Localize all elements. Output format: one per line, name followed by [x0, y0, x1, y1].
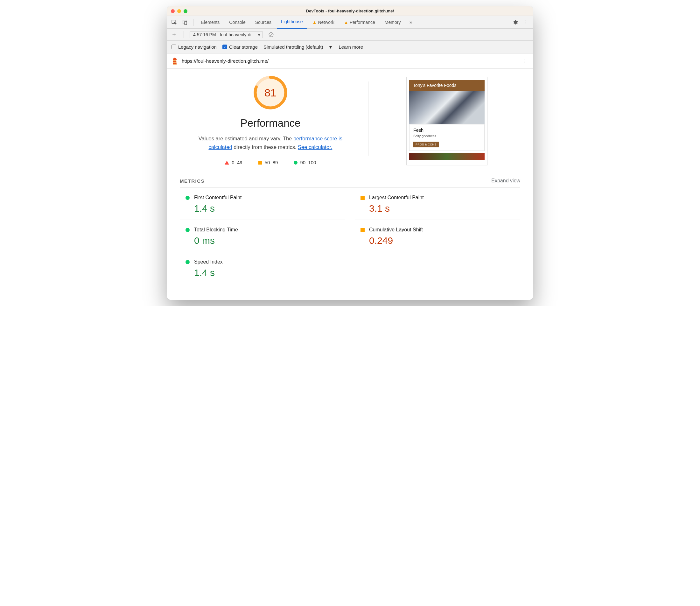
performance-summary: 81 Performance Values are estimated and …: [167, 69, 533, 165]
metric-fcp[interactable]: First Contentful Paint 1.4 s: [180, 188, 345, 220]
square-icon: [258, 161, 262, 165]
metric-lcp[interactable]: Largest Contentful Paint 3.1 s: [355, 188, 520, 220]
tab-console[interactable]: Console: [225, 16, 249, 29]
performance-gauge: 81: [253, 75, 288, 110]
lighthouse-icon: [171, 57, 178, 65]
clear-storage-checkbox[interactable]: ✓ Clear storage: [222, 44, 258, 50]
warning-icon: ▲: [344, 20, 348, 25]
preview-card-button: PROS & CONS: [413, 142, 439, 147]
tab-network[interactable]: ▲ Network: [309, 16, 338, 29]
metric-tbt[interactable]: Total Blocking Time 0 ms: [180, 220, 345, 252]
circle-icon: [186, 228, 190, 232]
preview-header: Tony's Favorite Foods: [409, 80, 485, 91]
metric-value: 0 ms: [194, 235, 345, 246]
tab-memory[interactable]: Memory: [381, 16, 405, 29]
tab-performance[interactable]: ▲ Performance: [340, 16, 379, 29]
devtools-tabbar: Elements Console Sources Lighthouse ▲ Ne…: [167, 16, 533, 29]
kebab-icon[interactable]: ⋮: [522, 18, 530, 27]
svg-rect-2: [185, 21, 187, 25]
throttling-label: Simulated throttling (default): [263, 44, 323, 50]
clear-icon[interactable]: [267, 30, 275, 39]
tab-lighthouse[interactable]: Lighthouse: [277, 16, 307, 29]
new-report-icon[interactable]: +: [170, 31, 178, 38]
report-url-bar: https://foul-heavenly-direction.glitch.m…: [167, 53, 533, 69]
metrics-section: METRICS Expand view First Contentful Pai…: [167, 165, 533, 300]
preview-card-subtitle: Salty goodness: [413, 134, 480, 138]
gear-icon[interactable]: [511, 18, 520, 27]
separator: [184, 31, 184, 38]
report-selector-label: 4:57:16 PM - foul-heavenly-di: [193, 32, 251, 37]
metric-value: 0.249: [369, 235, 520, 246]
checkbox-checked-icon: ✓: [222, 45, 227, 49]
page-screenshot-preview: Tony's Favorite Foods Fesh Salty goodnes…: [406, 77, 487, 165]
report-url: https://foul-heavenly-direction.glitch.m…: [182, 58, 269, 64]
legend-pass: 90–100: [294, 160, 316, 165]
preview-image: [409, 91, 485, 124]
square-icon: [361, 196, 365, 200]
legacy-nav-checkbox[interactable]: Legacy navigation: [171, 44, 217, 50]
metric-value: 3.1 s: [369, 203, 520, 214]
kebab-icon[interactable]: ⋮: [520, 57, 529, 66]
performance-title: Performance: [240, 117, 300, 129]
legacy-nav-label: Legacy navigation: [178, 44, 217, 50]
legend-average: 50–89: [258, 160, 278, 165]
vertical-divider: [368, 81, 368, 156]
learn-more-link[interactable]: Learn more: [339, 44, 363, 50]
window-title: DevTools - foul-heavenly-direction.glitc…: [167, 8, 533, 14]
circle-icon: [186, 260, 190, 264]
preview-card-title: Fesh: [413, 127, 480, 133]
tab-elements[interactable]: Elements: [197, 16, 223, 29]
separator: [193, 19, 193, 26]
tab-network-label: Network: [318, 20, 334, 25]
clear-storage-label: Clear storage: [229, 44, 258, 50]
warning-icon: ▲: [312, 20, 317, 25]
window-titlebar: DevTools - foul-heavenly-direction.glitc…: [167, 6, 533, 16]
metric-label: Largest Contentful Paint: [369, 195, 424, 201]
expand-view-button[interactable]: Expand view: [491, 178, 520, 184]
metric-label: Cumulative Layout Shift: [369, 227, 423, 233]
report-selector[interactable]: 4:57:16 PM - foul-heavenly-di ▼: [190, 31, 263, 38]
metric-value: 1.4 s: [194, 203, 345, 214]
tab-performance-label: Performance: [350, 20, 375, 25]
checkbox-icon: [171, 45, 176, 49]
metric-cls[interactable]: Cumulative Layout Shift 0.249: [355, 220, 520, 252]
throttling-dropdown[interactable]: Simulated throttling (default) ▼: [263, 44, 333, 50]
metrics-heading: METRICS: [180, 178, 204, 184]
triangle-icon: [225, 161, 229, 165]
see-calculator-link[interactable]: See calculator.: [298, 144, 332, 150]
metric-si[interactable]: Speed Index 1.4 s: [180, 252, 345, 284]
preview-image-2: [409, 153, 485, 160]
square-icon: [361, 228, 365, 232]
performance-description: Values are estimated and may vary. The p…: [196, 134, 345, 152]
performance-score: 81: [253, 75, 288, 110]
inspect-icon[interactable]: [170, 18, 178, 27]
lighthouse-toolbar: + 4:57:16 PM - foul-heavenly-di ▼: [167, 29, 533, 41]
circle-icon: [186, 196, 190, 200]
circle-icon: [294, 161, 297, 165]
metric-label: First Contentful Paint: [194, 195, 241, 201]
more-tabs-icon[interactable]: »: [406, 18, 415, 27]
preview-card: Fesh Salty goodness PROS & CONS: [409, 124, 485, 151]
score-legend: 0–49 50–89 90–100: [225, 160, 316, 165]
metric-label: Speed Index: [194, 259, 223, 265]
devtools-window: DevTools - foul-heavenly-direction.glitc…: [167, 6, 533, 300]
metric-value: 1.4 s: [194, 267, 345, 278]
legend-fail: 0–49: [225, 160, 242, 165]
lighthouse-settings: Legacy navigation ✓ Clear storage Simula…: [167, 41, 533, 53]
metric-label: Total Blocking Time: [194, 227, 238, 233]
chevron-down-icon: ▼: [328, 44, 333, 50]
chevron-down-icon: ▼: [257, 32, 261, 37]
tab-sources[interactable]: Sources: [251, 16, 275, 29]
device-toggle-icon[interactable]: [180, 18, 189, 27]
